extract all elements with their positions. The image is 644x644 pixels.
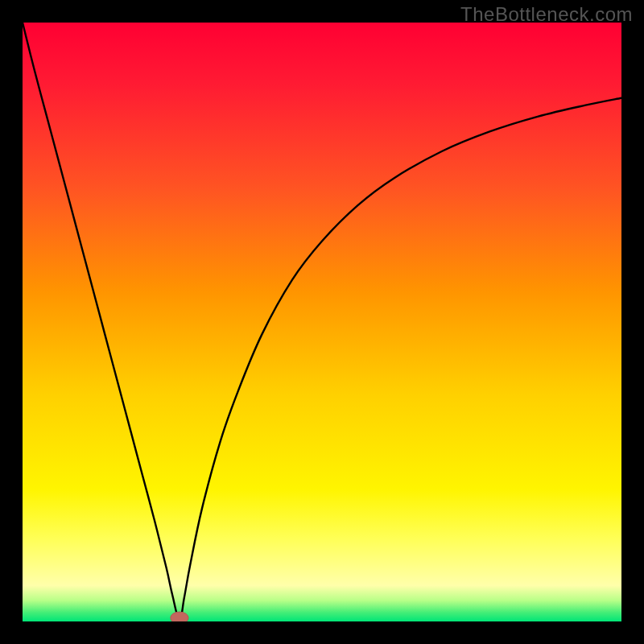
minimum-marker: [171, 612, 188, 621]
chart-frame: TheBottleneck.com: [0, 0, 644, 644]
plot-area: [23, 23, 621, 621]
watermark-text: TheBottleneck.com: [460, 3, 633, 26]
gradient-background: [23, 23, 621, 621]
